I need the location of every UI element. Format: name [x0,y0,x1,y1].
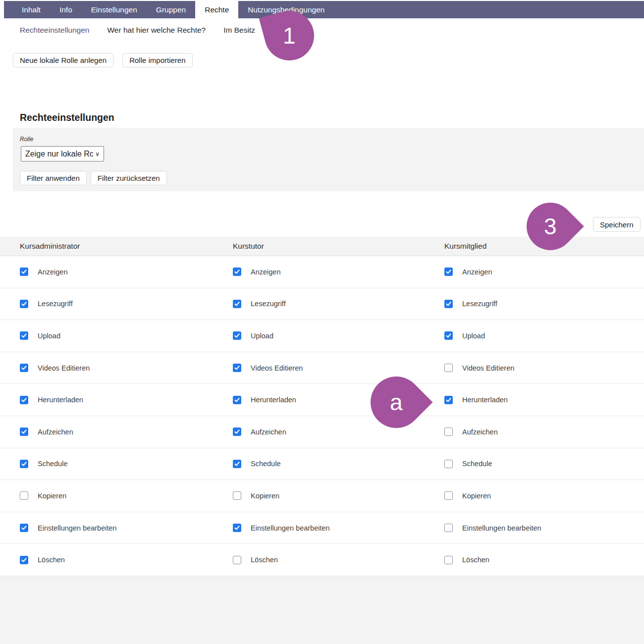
top-navigation: InhaltInfoEinstellungenGruppenRechteNutz… [4,1,644,18]
permission-label: Kopieren [38,492,66,500]
checkbox-kursadministrator-videos-editieren[interactable] [20,364,28,372]
permission-cell-kurstutor-löschen: Löschen [233,556,444,564]
apply-filter-button[interactable]: Filter anwenden [20,171,87,185]
checkbox-kursadministrator-aufzeichen[interactable] [20,428,28,436]
permission-cell-kursmitglied-videos-editieren: Videos Editieren [444,364,644,372]
permission-cell-kursadministrator-upload: Upload [20,331,233,340]
checkbox-kursmitglied-aufzeichen[interactable] [444,428,453,436]
permission-label: Lesezugriff [38,300,73,308]
permission-label: Herunterladen [462,396,508,404]
checkbox-kursmitglied-einstellungen-bearbeiten[interactable] [444,524,453,532]
checkbox-kurstutor-schedule[interactable] [233,460,241,468]
permission-cell-kurstutor-anzeigen: Anzeigen [233,268,444,276]
permission-label: Videos Editieren [251,364,303,372]
nav-tab-gruppen[interactable]: Gruppen [147,1,195,18]
save-button[interactable]: Speichern [593,217,641,232]
permission-label: Aufzeichen [462,428,498,436]
role-filter-label: Rolle [20,136,33,143]
permission-row-löschen: LöschenLöschenLöschen [0,544,644,576]
permission-cell-kursadministrator-löschen: Löschen [20,556,233,564]
permission-label: Herunterladen [251,396,296,404]
permission-label: Kopieren [462,492,491,500]
reset-filter-button[interactable]: Filter zurücksetzen [91,171,167,185]
permission-label: Schedule [251,460,280,468]
annotation-step-1-label: 1 [283,24,296,47]
permission-row-lesezugriff: LesezugriffLesezugriffLesezugriff [0,288,644,321]
checkbox-kurstutor-aufzeichen[interactable] [233,428,241,436]
checkbox-kursadministrator-kopieren[interactable] [20,491,28,500]
permission-cell-kursmitglied-herunterladen: Herunterladen [444,396,644,404]
permission-cell-kursadministrator-schedule: Schedule [20,460,233,468]
checkbox-kursadministrator-einstellungen-bearbeiten[interactable] [20,524,28,532]
permission-cell-kurstutor-kopieren: Kopieren [233,491,444,500]
permission-row-anzeigen: AnzeigenAnzeigenAnzeigen [0,256,644,288]
permission-cell-kursadministrator-anzeigen: Anzeigen [20,268,233,276]
annotation-marker-a-label: a [390,391,403,414]
checkbox-kurstutor-upload[interactable] [233,331,241,340]
permission-row-upload: UploadUploadUpload [0,320,644,352]
nav-tab-rechte[interactable]: Rechte [195,1,238,18]
role-select-value: Zeige nur lokale Rc [25,150,93,159]
sub-navigation: RechteeinstellungenWer hat hier welche R… [20,26,255,35]
checkbox-kurstutor-anzeigen[interactable] [233,268,241,276]
permission-label: Lesezugriff [251,300,286,308]
permission-cell-kursadministrator-lesezugriff: Lesezugriff [20,300,233,308]
checkbox-kursadministrator-upload[interactable] [20,331,28,340]
checkbox-kurstutor-lesezugriff[interactable] [233,300,241,308]
checkbox-kursadministrator-herunterladen[interactable] [20,396,28,404]
checkbox-kurstutor-einstellungen-bearbeiten[interactable] [233,524,241,532]
permission-cell-kursmitglied-lesezugriff: Lesezugriff [444,300,644,308]
import-role-button[interactable]: Rolle importieren [122,53,192,67]
permission-row-kopieren: KopierenKopierenKopieren [0,480,644,512]
checkbox-kursmitglied-videos-editieren[interactable] [444,364,453,372]
filter-buttons: Filter anwenden Filter zurücksetzen [20,171,167,185]
nav-tab-info[interactable]: Info [50,1,82,18]
subnav-tab-wer-hat-hier-welche-rechte-[interactable]: Wer hat hier welche Rechte? [107,26,206,35]
checkbox-kursadministrator-schedule[interactable] [20,460,28,468]
checkbox-kursmitglied-herunterladen[interactable] [444,396,453,404]
permission-row-videos-editieren: Videos EditierenVideos EditierenVideos E… [0,352,644,384]
permission-label: Videos Editieren [462,364,514,372]
permission-cell-kursmitglied-kopieren: Kopieren [444,491,644,500]
role-select[interactable]: Zeige nur lokale Rc ∨ [21,146,104,161]
filter-panel: Rolle Zeige nur lokale Rc ∨ Filter anwen… [13,128,644,191]
checkbox-kurstutor-herunterladen[interactable] [233,396,241,404]
subnav-tab-im-besitz[interactable]: Im Besitz [223,26,255,35]
permission-row-schedule: ScheduleScheduleSchedule [0,448,644,481]
page-title: Rechteeinstellungen [20,112,114,123]
permission-label: Videos Editieren [38,364,90,372]
checkbox-kursmitglied-lesezugriff[interactable] [444,300,453,308]
column-header-kurstutor: Kurstutor [233,242,444,251]
checkbox-kursmitglied-anzeigen[interactable] [444,268,453,276]
permission-label: Kopieren [251,492,279,500]
subnav-tab-rechteeinstellungen[interactable]: Rechteeinstellungen [20,26,89,35]
checkbox-kursadministrator-löschen[interactable] [20,556,28,564]
permission-label: Löschen [462,556,489,564]
permission-row-einstellungen-bearbeiten: Einstellungen bearbeitenEinstellungen be… [0,512,644,544]
checkbox-kursmitglied-kopieren[interactable] [444,491,453,500]
permission-label: Upload [38,332,60,340]
permission-label: Schedule [462,460,492,468]
permissions-table: AnzeigenAnzeigenAnzeigenLesezugriffLesez… [0,256,644,576]
checkbox-kursmitglied-upload[interactable] [444,331,453,340]
permission-cell-kurstutor-lesezugriff: Lesezugriff [233,300,444,308]
permission-cell-kursmitglied-upload: Upload [444,331,644,340]
nav-tab-inhalt[interactable]: Inhalt [12,1,50,18]
footer-area [0,576,644,644]
annotation-step-3-label: 3 [544,215,557,238]
permission-label: Schedule [38,460,67,468]
permission-cell-kurstutor-upload: Upload [233,331,444,340]
checkbox-kurstutor-löschen[interactable] [233,556,241,564]
checkbox-kursmitglied-schedule[interactable] [444,460,453,468]
nav-tab-einstellungen[interactable]: Einstellungen [82,1,147,18]
permission-cell-kurstutor-aufzeichen: Aufzeichen [233,428,444,436]
checkbox-kurstutor-videos-editieren[interactable] [233,364,241,372]
checkbox-kurstutor-kopieren[interactable] [233,491,241,500]
checkbox-kursadministrator-anzeigen[interactable] [20,268,28,276]
chevron-down-icon: ∨ [95,151,100,158]
checkbox-kursmitglied-löschen[interactable] [444,556,453,564]
permission-cell-kursmitglied-schedule: Schedule [444,460,644,468]
role-actions: Neue lokale Rolle anlegen Rolle importie… [13,53,193,67]
new-local-role-button[interactable]: Neue lokale Rolle anlegen [13,53,113,67]
checkbox-kursadministrator-lesezugriff[interactable] [20,300,28,308]
